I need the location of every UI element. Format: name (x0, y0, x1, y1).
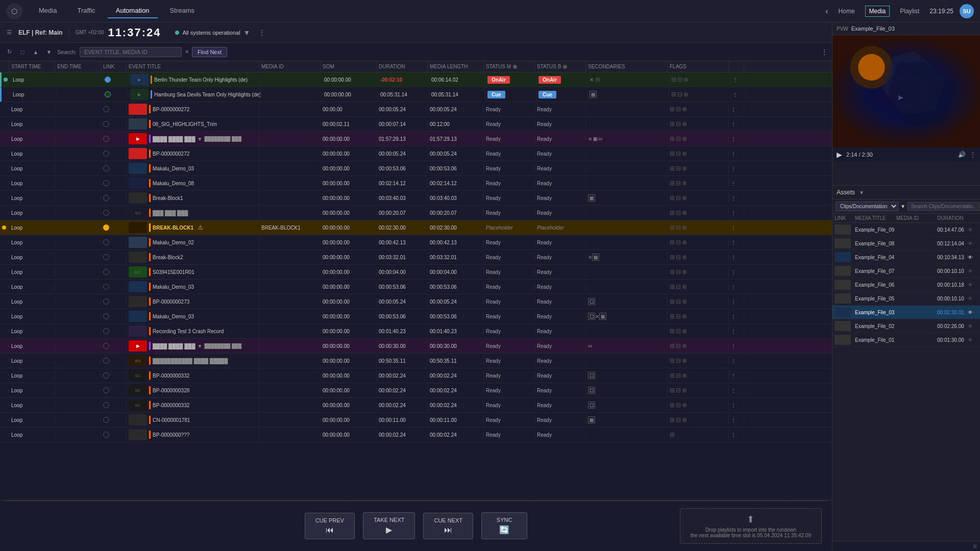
flag-1[interactable]: ⊞ (670, 180, 675, 187)
flag-3[interactable]: ⊗ (682, 416, 687, 423)
eye-icon[interactable]: 👁 (968, 296, 978, 302)
flag-1[interactable]: ⊞ (670, 402, 675, 409)
flag-1[interactable]: ⊞ (670, 194, 675, 202)
assets-expand[interactable]: ▼ (859, 190, 864, 195)
flag-1[interactable]: ⊞ (670, 298, 675, 305)
asset-row-selected[interactable]: Example_File_03 00:02:30.01 👁 (832, 306, 980, 319)
flag-1[interactable]: ⊞ (670, 239, 675, 246)
secondary-box[interactable]: ☐ (588, 298, 595, 305)
secondary-box[interactable]: ⊞ (588, 416, 595, 423)
nav-playlist-link[interactable]: Playlist (896, 6, 923, 17)
secondary-box[interactable]: ⊞ (588, 194, 595, 202)
flag-3[interactable]: ⊗ (682, 387, 687, 394)
nav-back-arrow[interactable]: ‹ (825, 7, 828, 16)
flag-2[interactable]: ⊟ (676, 209, 681, 216)
flag-3[interactable]: ⊗ (682, 209, 687, 216)
flag-2[interactable]: ⊟ (676, 224, 681, 231)
asset-row[interactable]: Example_File_09 00:14:47.06 👁 (832, 223, 980, 237)
td-more[interactable]: ⋮ (729, 120, 744, 129)
flag-3[interactable]: ⊗ (682, 150, 687, 157)
flag-2[interactable]: ⊟ (676, 135, 681, 142)
th-media-id[interactable]: MEDIA ID (259, 61, 321, 72)
eye-icon[interactable]: 👁 (968, 227, 978, 233)
search-more[interactable]: ⋮ (821, 48, 828, 56)
flag-3[interactable]: ⊗ (682, 357, 687, 364)
flag-2[interactable]: ⊟ (676, 120, 681, 128)
dropdown-arrow[interactable]: ▼ (198, 136, 203, 142)
secondary-box[interactable]: ☐ (588, 387, 595, 394)
flag-3[interactable]: ⊗ (682, 180, 687, 187)
nav-tab-automation[interactable]: Automation (108, 4, 158, 18)
secondary-box[interactable]: ☐ (588, 402, 595, 409)
asset-row[interactable]: Example_File_06 00:00:10.18 👁 (832, 278, 980, 292)
td-more[interactable]: ⋮ (729, 283, 744, 291)
flag-1[interactable]: ⊞ (670, 120, 675, 128)
flag-1[interactable]: ⊞ (670, 135, 675, 142)
sync-button[interactable]: SYNC 🔄 (481, 512, 527, 539)
flag-2[interactable]: ⊟ (676, 402, 681, 409)
secondary-box[interactable]: ⊞ (590, 91, 597, 98)
flag-1[interactable]: ⊞ (670, 209, 675, 216)
td-more[interactable]: ⋮ (729, 223, 744, 232)
flag-2[interactable]: ⊟ (676, 254, 681, 261)
asset-row[interactable]: Example_File_02 00:02:26.00 👁 (832, 319, 980, 333)
secondary-box[interactable]: ⊞ (592, 254, 599, 261)
flag-2[interactable]: ⊟ (676, 328, 681, 335)
resize-handle[interactable]: ⊞ (832, 541, 980, 551)
asset-row[interactable]: Example_File_05 00:00:10.10 👁 (832, 292, 980, 306)
td-more[interactable]: ⋮ (729, 371, 744, 380)
flag-3[interactable]: ⊗ (682, 342, 687, 349)
menu-icon[interactable]: ☰ (4, 28, 14, 38)
flag-1[interactable]: ⊞ (670, 431, 675, 438)
flag-1[interactable]: ⊞ (670, 372, 675, 379)
eye-icon[interactable]: 👁 (968, 255, 978, 260)
flag-2[interactable]: ⊟ (676, 239, 681, 246)
td-more[interactable]: ⋮ (729, 431, 744, 439)
flag-3[interactable]: ⊗ (682, 224, 687, 231)
secondary-box[interactable]: ⊞ (593, 136, 597, 142)
flag-2[interactable]: ⊟ (676, 106, 681, 113)
flag-2[interactable]: ⊟ (676, 313, 681, 320)
cue-prev-button[interactable]: CUE PREV ⏮ (305, 513, 355, 539)
cue-next-button[interactable]: CUE NEXT ⏭ (423, 513, 473, 539)
assets-search-input[interactable] (908, 202, 979, 211)
secondary-x[interactable]: ✕ (595, 314, 599, 319)
flag-1[interactable]: ⊞ (670, 328, 675, 335)
flag-3[interactable]: ⊗ (682, 165, 687, 172)
flag-1[interactable]: ⊞ (670, 106, 675, 113)
asset-row[interactable]: Example_File_08 00:12:14.04 👁 (832, 237, 980, 251)
search-clear-button[interactable]: ✕ (185, 49, 189, 55)
nav-media-link[interactable]: Media (865, 6, 890, 17)
dropdown-arrow[interactable]: ▼ (198, 343, 203, 349)
td-more[interactable]: ⋮ (729, 401, 744, 410)
flag-3[interactable]: ⊗ (682, 254, 687, 261)
td-more[interactable]: ⋮ (729, 386, 744, 395)
flag-3[interactable]: ⊗ (682, 313, 687, 320)
asset-row[interactable]: Example_File_04 00:10:34.13 👁 (832, 251, 980, 264)
nav-home-link[interactable]: Home (835, 6, 859, 17)
flag-1[interactable]: ⊞ (670, 387, 675, 394)
toolbar-more[interactable]: ⋮ (258, 29, 265, 37)
flag-2[interactable]: ⊟ (676, 342, 681, 349)
flag-3[interactable]: ⊗ (682, 298, 687, 305)
eye-icon[interactable]: 👁 (968, 282, 978, 288)
flag-1[interactable]: ⊞ (671, 91, 676, 98)
flag-3[interactable]: ⊗ (682, 402, 687, 409)
user-avatar[interactable]: SU (960, 4, 974, 18)
refresh-icon[interactable]: ↻ (4, 47, 14, 57)
eye-icon[interactable]: 👁 (968, 268, 978, 274)
secondary-inf[interactable]: ∞ (588, 342, 593, 349)
eye-icon[interactable]: 👁 (968, 323, 978, 329)
secondary-box[interactable]: ☐ (588, 372, 595, 379)
flag-2[interactable]: ⊟ (677, 76, 682, 83)
drop-area[interactable]: ⬆ Drop playlists to import into the rund… (680, 508, 822, 544)
flag-2[interactable]: ⊟ (676, 298, 681, 305)
td-more[interactable]: ⋮ (729, 312, 744, 321)
td-more[interactable]: ⋮ (729, 105, 744, 114)
td-more[interactable]: ⋮ (730, 76, 746, 84)
flag-1[interactable]: ⊞ (670, 357, 675, 364)
video-more[interactable]: ⋮ (970, 151, 976, 158)
flag-3[interactable]: ⊗ (682, 372, 687, 379)
td-more[interactable]: ⋮ (729, 357, 744, 365)
flag-2[interactable]: ⊟ (676, 387, 681, 394)
